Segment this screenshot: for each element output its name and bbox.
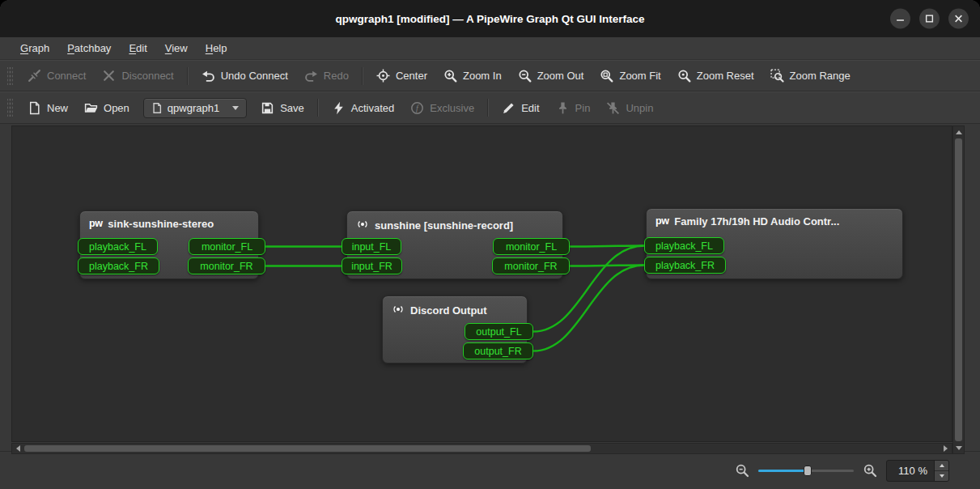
horizontal-scrollbar-thumb[interactable] (24, 445, 591, 452)
menu-graph[interactable]: Graph (11, 37, 58, 59)
toolbar-separator (362, 67, 363, 85)
open-button[interactable]: Open (77, 97, 137, 119)
vertical-scrollbar-thumb[interactable] (955, 138, 962, 441)
zoom-slider-fill (758, 470, 808, 472)
undo-connect-label: Undo Connect (221, 70, 288, 82)
edit-pencil-icon (502, 101, 515, 115)
toolbar-drag-handle[interactable] (7, 67, 13, 85)
menu-patchbay[interactable]: Patchbay (58, 37, 120, 59)
activated-toggle[interactable]: Activated (325, 97, 401, 119)
zoom-reset-label: Zoom Reset (697, 70, 754, 82)
port-monitor-fl[interactable]: monitor_FL (493, 238, 570, 255)
toolbar-separator (487, 99, 489, 117)
pin-button[interactable]: Pin (549, 97, 598, 119)
redo-label: Redo (324, 70, 349, 82)
close-button[interactable] (948, 9, 969, 29)
menubar: Graph Patchbay Edit View Help (0, 37, 980, 60)
unpin-label: Unpin (626, 102, 653, 114)
spin-down-button[interactable] (935, 471, 948, 481)
menu-view[interactable]: View (156, 37, 197, 59)
port-output-fl[interactable]: output_FL (465, 323, 533, 340)
zoom-slider[interactable] (758, 463, 854, 478)
unpin-button[interactable]: Unpin (599, 97, 660, 119)
new-button[interactable]: New (20, 97, 75, 119)
save-button[interactable]: Save (253, 97, 312, 119)
save-icon (261, 101, 274, 115)
connection-line[interactable] (533, 266, 644, 351)
window-controls (890, 9, 969, 29)
menu-help[interactable]: Help (197, 37, 236, 59)
port-playback-fl[interactable]: playback_FL (78, 238, 158, 255)
patchbay-profile-combo[interactable]: qpwgraph1 (143, 98, 247, 118)
close-icon (954, 11, 963, 26)
zoom-in-button[interactable]: Zoom In (436, 65, 509, 87)
port-monitor-fr[interactable]: monitor_FR (492, 257, 570, 274)
minimize-button[interactable] (890, 9, 910, 29)
port-input-fl[interactable]: input_FL (342, 238, 401, 255)
window-title: qpwgraph1 [modified] — A PipeWire Graph … (0, 13, 980, 25)
undo-connect-button[interactable]: Undo Connect (194, 65, 295, 87)
exclusive-label: Exclusive (430, 102, 474, 114)
scroll-right-button[interactable] (940, 444, 951, 453)
arrow-left-icon (16, 445, 20, 452)
center-button[interactable]: Center (369, 65, 435, 87)
open-label: Open (104, 102, 129, 114)
port-output-fr[interactable]: output_FR (463, 342, 533, 359)
zoom-value[interactable]: 110 % (887, 461, 934, 481)
patchbay-toolbar: New Open qpwgraph1 Save Act (0, 91, 980, 124)
port-monitor-fr[interactable]: monitor_FR (188, 257, 265, 274)
port-monitor-fl[interactable]: monitor_FL (189, 238, 265, 255)
zoom-fit-button[interactable]: Zoom Fit (592, 65, 668, 87)
graph-canvas[interactable]: pw sink-sunshine-stereo sunshine [sunshi… (11, 125, 952, 442)
zoom-spinbox[interactable]: 110 % (886, 460, 949, 482)
graph-toolbar: Connect Disconnect Undo Connect Redo (0, 60, 980, 91)
arrow-up-icon (940, 464, 944, 467)
redo-button[interactable]: Redo (297, 65, 356, 87)
menu-edit[interactable]: Edit (120, 37, 155, 59)
toolbar-drag-handle[interactable] (7, 99, 13, 117)
zoom-reset-button[interactable]: Zoom Reset (670, 65, 762, 87)
scroll-left-button[interactable] (13, 444, 23, 453)
center-label: Center (396, 70, 427, 82)
exclusive-icon: f (410, 101, 424, 115)
profile-value: qpwgraph1 (168, 102, 219, 114)
disconnect-button[interactable]: Disconnect (95, 65, 180, 87)
zoom-slider-handle[interactable] (804, 466, 812, 476)
port-playback-fr[interactable]: playback_FR (78, 257, 159, 274)
save-label: Save (280, 102, 304, 114)
zoom-range-icon (770, 69, 784, 83)
svg-text:f: f (416, 103, 419, 112)
port-playback-fr[interactable]: playback_FR (644, 257, 726, 274)
arrow-right-icon (944, 445, 948, 452)
zoom-range-button[interactable]: Zoom Range (763, 65, 858, 87)
pin-icon (556, 101, 570, 115)
zoom-in-small-icon (863, 463, 877, 478)
connect-icon (28, 69, 41, 83)
vertical-scrollbar[interactable] (952, 125, 965, 454)
toolbar-separator (187, 67, 189, 85)
new-label: New (47, 102, 68, 114)
undo-icon (202, 69, 215, 83)
edit-toggle[interactable]: Edit (494, 97, 546, 119)
profile-file-icon (151, 102, 163, 113)
port-input-fr[interactable]: input_FR (342, 257, 402, 274)
zoom-range-label: Zoom Range (790, 70, 851, 82)
maximize-icon (925, 11, 934, 26)
new-file-icon (28, 101, 41, 115)
connect-label: Connect (47, 70, 86, 82)
exclusive-toggle[interactable]: f Exclusive (403, 97, 482, 119)
zoom-out-button[interactable]: Zoom Out (511, 65, 592, 87)
spin-up-button[interactable] (935, 461, 948, 471)
maximize-button[interactable] (919, 9, 940, 29)
statusbar: 110 % (0, 451, 980, 489)
scroll-up-button[interactable] (953, 127, 964, 137)
scroll-down-button[interactable] (953, 443, 964, 453)
connect-button[interactable]: Connect (20, 65, 93, 87)
port-playback-fl[interactable]: playback_FL (644, 237, 724, 254)
horizontal-scrollbar[interactable] (11, 443, 952, 454)
disconnect-icon (102, 69, 116, 83)
activated-lightning-icon (332, 101, 346, 115)
zoom-out-small-icon (735, 463, 749, 478)
titlebar[interactable]: qpwgraph1 [modified] — A PipeWire Graph … (0, 0, 980, 37)
zoom-fit-icon (600, 69, 613, 83)
